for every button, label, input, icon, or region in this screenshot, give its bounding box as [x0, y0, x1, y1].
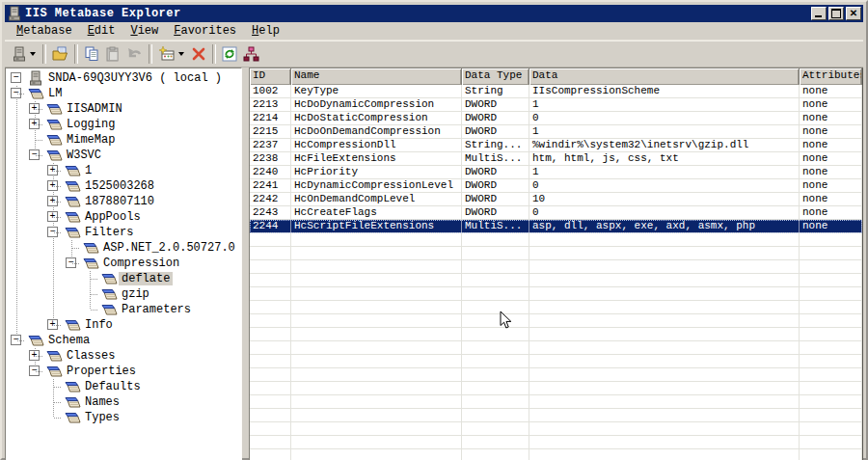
- expander-plus-icon[interactable]: +: [29, 119, 40, 129]
- property-row-2213[interactable]: 2213HcDoDynamicCompressionDWORD1none: [250, 98, 862, 112]
- close-button[interactable]: ✕: [846, 7, 861, 20]
- expander-plus-icon[interactable]: +: [47, 319, 58, 330]
- tree-item-label: IISADMIN: [64, 102, 125, 116]
- tree-item-defaults[interactable]: Defaults: [8, 379, 241, 394]
- cell: 0: [529, 179, 800, 192]
- menu-item-help[interactable]: Help: [244, 23, 287, 40]
- tree-item-iisadmin[interactable]: +IISADMIN: [8, 101, 241, 117]
- empty-row[interactable]: [250, 314, 862, 328]
- tree-item-properties[interactable]: −Properties: [8, 364, 241, 379]
- new-key-button[interactable]: [155, 42, 188, 66]
- property-row-2241[interactable]: 2241HcDynamicCompressionLevelDWORD0none: [250, 179, 862, 193]
- column-header-data[interactable]: Data: [529, 68, 800, 85]
- expander-plus-icon[interactable]: +: [29, 103, 40, 114]
- property-row-2244[interactable]: 2244HcScriptFileExtensionsMultiS...asp, …: [250, 220, 862, 233]
- empty-row[interactable]: [250, 274, 862, 287]
- property-row-2238[interactable]: 2238HcFileExtensionsMultiS...htm, html, …: [250, 152, 862, 166]
- menu-item-metabase[interactable]: Metabase: [9, 23, 80, 40]
- tree-item-parameters[interactable]: Parameters: [8, 302, 241, 317]
- cell: HcPriority: [291, 166, 462, 178]
- tree-item-filters[interactable]: −Filters: [8, 225, 241, 240]
- empty-row[interactable]: [250, 368, 862, 382]
- delete-button[interactable]: [188, 42, 209, 66]
- dropdown-arrow-icon[interactable]: [176, 43, 185, 65]
- expander-minus-icon[interactable]: −: [29, 365, 40, 376]
- expander-plus-icon[interactable]: +: [47, 165, 58, 176]
- cell: [250, 341, 291, 354]
- property-row-2214[interactable]: 2214HcDoStaticCompressionDWORD0none: [250, 112, 862, 125]
- menu-item-view[interactable]: View: [122, 23, 166, 40]
- tree-item-w3svc[interactable]: −W3SVC: [8, 148, 241, 163]
- tree-item-types[interactable]: Types: [8, 410, 241, 425]
- property-row-2242[interactable]: 2242HcOnDemandCompLevelDWORD10none: [250, 193, 862, 206]
- hierarchy-view-button[interactable]: [240, 42, 262, 66]
- minimize-button[interactable]: [811, 7, 827, 20]
- empty-row[interactable]: [250, 395, 862, 409]
- column-header-name[interactable]: Name: [291, 68, 462, 85]
- tree-item-lm[interactable]: −LM: [8, 86, 241, 101]
- expander-minus-icon[interactable]: −: [47, 227, 58, 237]
- empty-row[interactable]: [250, 382, 862, 395]
- property-row-2243[interactable]: 2243HcCreateFlagsDWORD0none: [250, 206, 862, 220]
- empty-row[interactable]: [250, 449, 862, 460]
- tree-item-apppools[interactable]: +AppPools: [8, 209, 241, 225]
- empty-row[interactable]: [250, 436, 862, 449]
- expander-minus-icon[interactable]: −: [11, 72, 21, 83]
- open-button[interactable]: [49, 42, 71, 66]
- new-key-icon: [158, 46, 176, 62]
- empty-row[interactable]: [250, 341, 862, 355]
- property-row-1002[interactable]: 1002KeyTypeStringIIsCompressionSchemenon…: [250, 85, 862, 98]
- tree-item-snda-69q3uyy3v6-local[interactable]: −SNDA-69Q3UYY3V6 ( local ): [8, 70, 241, 86]
- expander-plus-icon[interactable]: +: [47, 180, 58, 191]
- title-bar[interactable]: IIS Metabase Explorer ✕: [5, 5, 863, 22]
- empty-row[interactable]: [250, 247, 862, 260]
- tree-item-gzip[interactable]: gzip: [8, 286, 241, 302]
- copy-button[interactable]: [81, 42, 102, 66]
- tree-item-deflate[interactable]: deflate: [8, 271, 241, 286]
- expander-minus-icon[interactable]: −: [66, 257, 76, 268]
- maximize-button[interactable]: [828, 7, 844, 20]
- menu-item-edit[interactable]: Edit: [80, 23, 123, 40]
- tree-item-compression[interactable]: −Compression: [8, 256, 241, 271]
- expander-plus-icon[interactable]: +: [47, 211, 58, 222]
- empty-row[interactable]: [250, 260, 862, 274]
- tree-item-1[interactable]: +1: [8, 163, 241, 178]
- column-header-data-type[interactable]: Data Type: [462, 68, 529, 85]
- tree-guide: [8, 132, 26, 148]
- empty-row[interactable]: [250, 409, 862, 422]
- tree-item-names[interactable]: Names: [8, 394, 241, 410]
- empty-row[interactable]: [250, 355, 862, 368]
- connect-button[interactable]: [9, 42, 40, 66]
- tree-item-1525003268[interactable]: +1525003268: [8, 178, 241, 194]
- empty-row[interactable]: [250, 287, 862, 301]
- tree-item-classes[interactable]: +Classes: [8, 348, 241, 364]
- expander-minus-icon[interactable]: −: [11, 335, 21, 345]
- tree-guide: −: [26, 148, 44, 163]
- expander-minus-icon[interactable]: −: [29, 149, 40, 160]
- expander-plus-icon[interactable]: +: [47, 196, 58, 206]
- property-row-2215[interactable]: 2215HcDoOnDemandCompressionDWORD1none: [250, 125, 862, 139]
- app-icon[interactable]: [7, 7, 22, 21]
- empty-row[interactable]: [250, 301, 862, 314]
- column-header-id[interactable]: ID: [250, 68, 291, 85]
- tree-item-asp-net-2-0-50727-0[interactable]: ASP.NET_2.0.50727.0: [8, 240, 241, 256]
- property-row-2237[interactable]: 2237HcCompressionDllString...%windir%\sy…: [250, 139, 862, 152]
- column-header-attributes[interactable]: Attributes: [800, 68, 862, 85]
- tree-item-1878807110[interactable]: +1878807110: [8, 194, 241, 209]
- tree-item-logging[interactable]: +Logging: [8, 117, 241, 132]
- cell: [800, 449, 862, 460]
- tree-item-info[interactable]: +Info: [8, 317, 241, 333]
- dropdown-arrow-icon[interactable]: [28, 43, 37, 65]
- menu-item-favorites[interactable]: Favorites: [166, 23, 244, 40]
- empty-row[interactable]: [250, 328, 862, 341]
- tree-item-mimemap[interactable]: MimeMap: [8, 132, 241, 148]
- expander-plus-icon[interactable]: +: [29, 350, 40, 361]
- panel-splitter[interactable]: [242, 68, 249, 460]
- refresh-button[interactable]: [219, 42, 240, 66]
- empty-row[interactable]: [250, 422, 862, 436]
- property-row-2240[interactable]: 2240HcPriorityDWORD1none: [250, 166, 862, 179]
- tree-item-schema[interactable]: −Schema: [8, 333, 241, 348]
- expander-minus-icon[interactable]: −: [11, 88, 21, 98]
- empty-row[interactable]: [250, 233, 862, 247]
- cell: [291, 314, 462, 327]
